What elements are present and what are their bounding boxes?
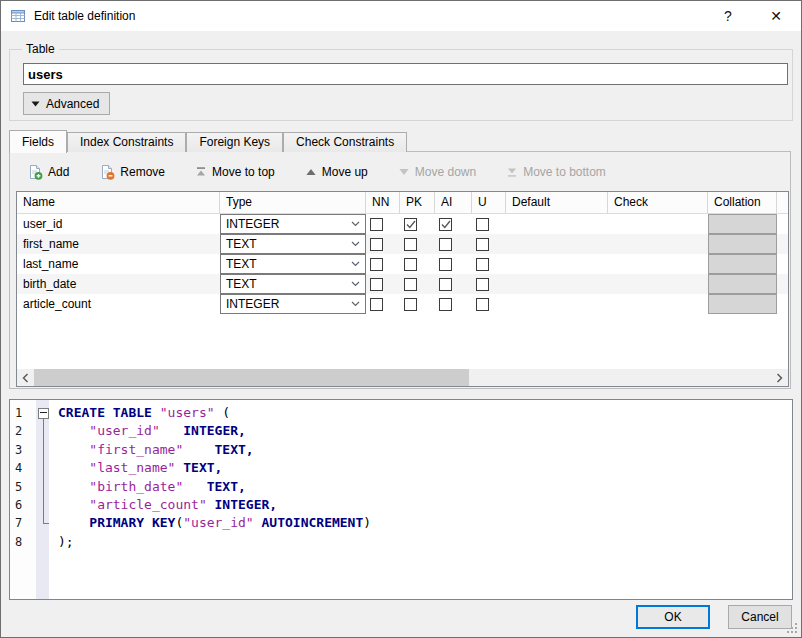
cancel-button[interactable]: Cancel <box>728 605 792 629</box>
advanced-button[interactable]: Advanced <box>23 92 110 115</box>
table-icon <box>10 8 26 24</box>
column-header-collation: Collation <box>708 192 777 213</box>
scrollbar-thumb[interactable] <box>34 369 469 386</box>
scrollbar-track[interactable] <box>34 369 771 386</box>
checkbox-u[interactable] <box>476 218 489 231</box>
table-groupbox-label: Table <box>22 42 59 56</box>
cell-name[interactable]: article_count <box>17 294 220 314</box>
checkbox-u[interactable] <box>476 298 489 311</box>
cell-pk <box>400 214 435 234</box>
tab-check-constraints[interactable]: Check Constraints <box>283 132 407 152</box>
checkbox-nn[interactable] <box>370 298 383 311</box>
cell-nn <box>366 294 400 314</box>
fold-collapse-icon[interactable] <box>38 408 49 419</box>
cell-check[interactable] <box>608 274 708 294</box>
cell-nn <box>366 214 400 234</box>
line-number: 8 <box>10 533 36 551</box>
column-header-name: Name <box>17 192 220 213</box>
checkbox-ai[interactable] <box>439 298 452 311</box>
ok-button[interactable]: OK <box>636 605 710 629</box>
edit-table-definition-dialog: Edit table definition ? ✕ Table Advanced… <box>0 0 802 638</box>
help-button[interactable]: ? <box>711 1 745 31</box>
toolbar-button-label: Add <box>48 165 69 179</box>
cell-check[interactable] <box>608 234 708 254</box>
check-icon <box>406 220 416 229</box>
checkbox-pk[interactable] <box>404 258 417 271</box>
tab-index-constraints[interactable]: Index Constraints <box>67 132 186 152</box>
cell-check[interactable] <box>608 294 708 314</box>
cell-type: INTEGER <box>220 214 366 234</box>
checkbox-u[interactable] <box>476 258 489 271</box>
column-header-filler <box>777 192 788 213</box>
tab-foreign-keys[interactable]: Foreign Keys <box>186 132 283 152</box>
checkbox-ai[interactable] <box>439 278 452 291</box>
scroll-left-icon[interactable] <box>17 369 34 386</box>
cell-default[interactable] <box>506 254 608 274</box>
tab-fields[interactable]: Fields <box>9 130 67 153</box>
checkbox-nn[interactable] <box>370 238 383 251</box>
cell-collation <box>708 234 777 254</box>
checkbox-ai[interactable] <box>439 258 452 271</box>
toolbar-button-add[interactable]: Add <box>18 161 78 183</box>
toolbar-button-move-to-top[interactable]: Move to top <box>186 162 284 182</box>
resize-grip[interactable] <box>795 631 797 633</box>
toolbar-button-move-down: Move down <box>389 162 485 182</box>
cell-ai <box>435 214 472 234</box>
cell-default[interactable] <box>506 274 608 294</box>
cell-default[interactable] <box>506 214 608 234</box>
close-button[interactable]: ✕ <box>759 1 793 31</box>
collation-combobox-disabled <box>708 294 777 314</box>
table-row: user_idINTEGER <box>17 214 788 234</box>
cell-default[interactable] <box>506 294 608 314</box>
type-combobox[interactable]: INTEGER <box>220 214 366 234</box>
checkbox-pk[interactable] <box>404 238 417 251</box>
line-number: 4 <box>10 459 36 477</box>
table-row: birth_dateTEXT <box>17 274 788 294</box>
cell-ai <box>435 294 472 314</box>
line-number: 6 <box>10 496 36 514</box>
checkbox-nn[interactable] <box>370 278 383 291</box>
scroll-right-icon[interactable] <box>771 369 788 386</box>
table-row: first_nameTEXT <box>17 234 788 254</box>
checkbox-pk[interactable] <box>404 278 417 291</box>
checkbox-pk[interactable] <box>404 298 417 311</box>
type-combobox[interactable]: TEXT <box>220 254 366 274</box>
column-header-pk: PK <box>400 192 435 213</box>
dialog-title: Edit table definition <box>34 9 135 23</box>
horizontal-scrollbar[interactable] <box>17 369 788 386</box>
fields-toolbar: AddRemoveMove to topMove upMove downMove… <box>18 159 627 185</box>
collation-combobox-disabled <box>708 234 777 254</box>
type-combobox[interactable]: INTEGER <box>220 294 366 314</box>
collation-combobox-disabled <box>708 254 777 274</box>
type-value: TEXT <box>226 277 257 291</box>
table-name-input[interactable] <box>23 63 788 85</box>
title-bar: Edit table definition ? ✕ <box>1 1 801 31</box>
checkbox-ai[interactable] <box>439 218 452 231</box>
cell-name[interactable]: user_id <box>17 214 220 234</box>
checkbox-nn[interactable] <box>370 258 383 271</box>
checkbox-nn[interactable] <box>370 218 383 231</box>
type-value: INTEGER <box>226 217 279 231</box>
cell-name[interactable]: first_name <box>17 234 220 254</box>
toolbar-button-remove[interactable]: Remove <box>90 161 174 183</box>
cell-check[interactable] <box>608 254 708 274</box>
cell-collation <box>708 214 777 234</box>
cell-name[interactable]: last_name <box>17 254 220 274</box>
column-header-nn: NN <box>366 192 400 213</box>
checkbox-pk[interactable] <box>404 218 417 231</box>
checkbox-ai[interactable] <box>439 238 452 251</box>
cell-name[interactable]: birth_date <box>17 274 220 294</box>
table-row: last_nameTEXT <box>17 254 788 274</box>
cell-check[interactable] <box>608 214 708 234</box>
type-combobox[interactable]: TEXT <box>220 234 366 254</box>
move-to-top-icon <box>195 166 207 178</box>
type-combobox[interactable]: TEXT <box>220 274 366 294</box>
sql-line: "birth_date" TEXT, <box>58 478 792 496</box>
cell-default[interactable] <box>506 234 608 254</box>
toolbar-button-move-up[interactable]: Move up <box>296 162 377 182</box>
type-value: INTEGER <box>226 297 279 311</box>
cell-ai <box>435 254 472 274</box>
checkbox-u[interactable] <box>476 278 489 291</box>
cell-nn <box>366 274 400 294</box>
checkbox-u[interactable] <box>476 238 489 251</box>
